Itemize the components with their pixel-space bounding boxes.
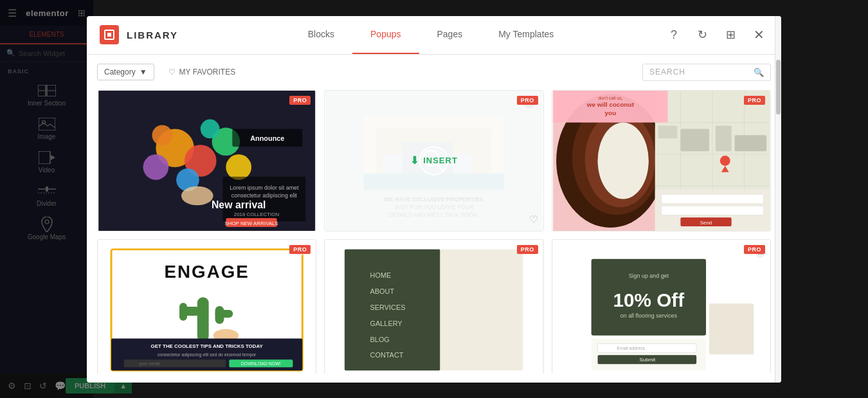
- heart-icon: ♡: [168, 68, 176, 77]
- svg-text:consectetur adipiscing elit se: consectetur adipiscing elit sed do eiusm…: [158, 352, 257, 357]
- search-bar: 🔍: [642, 64, 771, 81]
- svg-text:Send: Send: [700, 220, 711, 226]
- tab-popups[interactable]: Popups: [352, 16, 419, 55]
- svg-point-65: [719, 156, 730, 166]
- card-overlay-2: ⬇ INSERT ♡: [325, 91, 543, 231]
- refresh-button[interactable]: ↻: [692, 25, 712, 44]
- svg-point-53: [597, 122, 648, 199]
- svg-rect-64: [734, 135, 766, 151]
- svg-text:Sign up and get: Sign up and get: [628, 273, 669, 279]
- modal-scrollbar[interactable]: [775, 16, 781, 383]
- svg-text:on all flooring services: on all flooring services: [620, 312, 677, 318]
- template-card-5[interactable]: HOME ABOUT SERVICES GALLERY BLOG CONTACT…: [324, 239, 543, 374]
- template-card-4[interactable]: ✕ ENGAGE: [97, 239, 316, 374]
- save-button[interactable]: ⊞: [721, 25, 740, 44]
- favorite-button-2[interactable]: ♡: [529, 213, 538, 226]
- svg-text:BLOG: BLOG: [370, 335, 390, 343]
- svg-rect-111: [591, 338, 705, 370]
- svg-text:Announce: Announce: [250, 134, 284, 142]
- modal-tabs: Blocks Popups Pages My Templates: [197, 16, 664, 55]
- scrollbar-thumb[interactable]: [776, 60, 781, 115]
- modal-header: LIBRARY Blocks Popups Pages My Templates…: [87, 16, 781, 55]
- svg-point-21: [226, 154, 251, 180]
- modal-logo: [100, 25, 119, 44]
- help-button[interactable]: ?: [664, 25, 683, 44]
- svg-text:10% Off: 10% Off: [613, 289, 684, 311]
- pro-badge-2: PRO: [517, 96, 538, 105]
- tab-my-templates[interactable]: My Templates: [480, 16, 572, 55]
- svg-text:GET THE COOLEST TIPS AND TRICK: GET THE COOLEST TIPS AND TRICKS TODAY: [151, 343, 264, 349]
- svg-point-20: [152, 125, 172, 145]
- template-card-6[interactable]: ✕ Sign up and get 10% Off on all floorin…: [552, 239, 771, 374]
- svg-rect-61: [658, 125, 677, 138]
- svg-text:you: you: [604, 109, 616, 116]
- modal-overlay: LIBRARY Blocks Popups Pages My Templates…: [0, 0, 868, 398]
- svg-point-16: [143, 154, 169, 180]
- category-dropdown[interactable]: Category ▼: [97, 64, 154, 80]
- svg-text:SHOP NEW ARRIVALS: SHOP NEW ARRIVALS: [224, 221, 278, 226]
- svg-text:ABOUT: ABOUT: [370, 287, 395, 295]
- svg-point-19: [201, 119, 220, 138]
- search-icon: 🔍: [754, 68, 764, 77]
- tab-pages[interactable]: Pages: [419, 16, 481, 55]
- pro-badge-3: PRO: [744, 96, 765, 105]
- svg-text:DOWNLOAD NOW!: DOWNLOAD NOW!: [241, 361, 281, 366]
- svg-text:HOME: HOME: [370, 271, 392, 279]
- modal-actions: ? ↻ ⊞ ✕: [664, 25, 768, 44]
- modal-body: Category ▼ ♡ MY FAVORITES 🔍: [87, 55, 781, 383]
- svg-rect-82: [197, 297, 209, 341]
- svg-text:Lorem ipsum dolor sit amet: Lorem ipsum dolor sit amet: [230, 184, 299, 190]
- svg-rect-73: [661, 206, 763, 215]
- library-modal: LIBRARY Blocks Popups Pages My Templates…: [87, 16, 781, 383]
- tab-blocks[interactable]: Blocks: [290, 16, 352, 55]
- svg-rect-103: [440, 249, 523, 370]
- template-card-1[interactable]: Announce Lorem ipsum dolor sit amet cons…: [97, 90, 316, 231]
- svg-rect-62: [680, 129, 709, 151]
- templates-grid: Announce Lorem ipsum dolor sit amet cons…: [97, 90, 771, 374]
- svg-text:SERVICES: SERVICES: [370, 303, 406, 311]
- pro-badge-1: PRO: [289, 96, 311, 105]
- svg-text:Email address: Email address: [617, 346, 645, 350]
- pro-badge-4: PRO: [289, 245, 311, 254]
- modal-title: LIBRARY: [127, 30, 178, 41]
- favorites-button[interactable]: ♡ MY FAVORITES: [162, 64, 242, 80]
- svg-text:2018 COLLECTION: 2018 COLLECTION: [234, 212, 280, 217]
- svg-text:Submit: Submit: [639, 357, 655, 363]
- svg-text:ENGAGE: ENGAGE: [165, 262, 249, 282]
- svg-rect-72: [661, 194, 763, 203]
- template-search-input[interactable]: [649, 68, 754, 77]
- insert-button-2[interactable]: ⬇ INSERT: [410, 154, 458, 167]
- elementor-logo-icon: [104, 30, 114, 40]
- svg-text:New arrival: New arrival: [212, 199, 266, 210]
- svg-text:GALLERY: GALLERY: [370, 319, 403, 327]
- svg-text:don't call us,: don't call us,: [598, 95, 622, 100]
- svg-text:CONTACT: CONTACT: [370, 351, 404, 359]
- close-button[interactable]: ✕: [749, 25, 768, 44]
- svg-text:your email: your email: [140, 361, 160, 366]
- pro-badge-6: PRO: [744, 245, 765, 254]
- template-card-3[interactable]: don't call us, we will coconut you Send …: [552, 90, 771, 231]
- template-card-2[interactable]: ✕ WE H: [324, 90, 543, 231]
- modal-filters: Category ▼ ♡ MY FAVORITES 🔍: [97, 64, 771, 81]
- chevron-down-icon: ▼: [140, 68, 147, 77]
- download-icon: ⬇: [410, 154, 419, 167]
- svg-rect-112: [597, 343, 696, 352]
- svg-rect-116: [709, 303, 754, 354]
- svg-rect-63: [716, 125, 732, 151]
- svg-rect-85: [179, 303, 187, 321]
- svg-point-22: [181, 186, 213, 205]
- svg-text:consectetur adipiscing elit: consectetur adipiscing elit: [231, 192, 298, 199]
- pro-badge-5: PRO: [517, 245, 538, 254]
- svg-rect-86: [215, 306, 224, 324]
- svg-text:we will coconut: we will coconut: [586, 100, 635, 107]
